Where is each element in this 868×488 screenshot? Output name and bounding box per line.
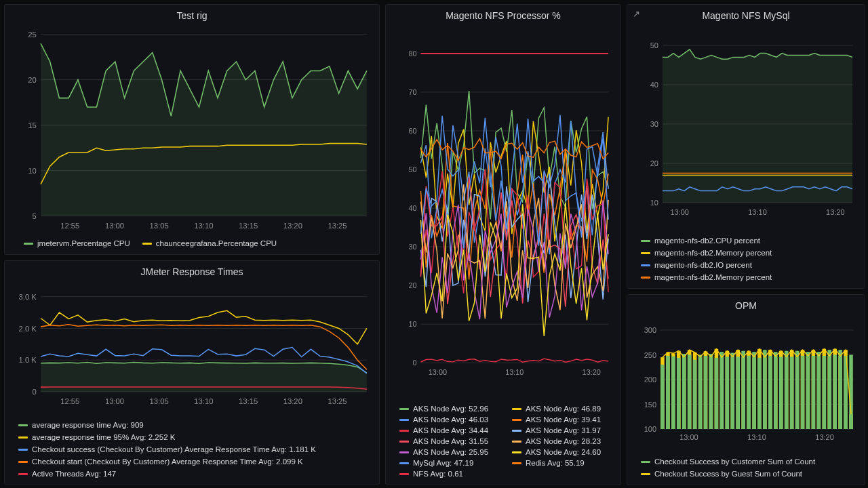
legend-item[interactable]: Redis Avg: 55.19 [512,459,614,467]
svg-text:12:55: 12:55 [60,222,79,230]
svg-text:50: 50 [408,165,416,174]
svg-text:13:10: 13:10 [747,433,766,441]
svg-text:13:15: 13:15 [239,397,258,405]
svg-text:70: 70 [408,88,416,96]
svg-rect-119 [763,350,767,429]
external-link-icon[interactable]: ↗ [633,9,640,19]
legend-label: NFS Avg: 0.61 [413,470,463,478]
legend-item[interactable]: Checkout Success by Customer Sum of Coun… [641,458,855,466]
legend-swatch [18,461,28,463]
legend-item[interactable]: average response time 95% Avg: 2.252 K [18,433,370,441]
svg-rect-115 [752,352,756,429]
legend-item[interactable]: Checkout Success by Guest Sum of Count [641,470,855,478]
legend-swatch [399,419,409,421]
svg-rect-137 [812,356,816,429]
legend-label: magento-nfs-db2.Memory percent [654,273,772,281]
legend-item[interactable]: AKS Node Avg: 46.89 [512,405,614,413]
legend-item[interactable]: jmetervm.Percentage CPU [24,239,130,247]
panel-title: Magento NFS MySql [627,5,865,22]
panel-opm[interactable]: OPM 10015020025030013:0013:1013:20 Check… [627,294,865,485]
legend-label: AKS Node Avg: 24.60 [526,448,601,456]
legend-item[interactable]: average response time Avg: 909 [18,421,370,429]
legend-label: AKS Node Avg: 25.95 [413,448,488,456]
legend-swatch [18,449,28,451]
legend-label: Redis Avg: 55.19 [526,459,585,467]
svg-text:13:20: 13:20 [826,208,845,216]
legend-item[interactable]: magento-nfs-db2.Memory percent [641,273,855,281]
svg-rect-83 [666,356,670,429]
legend-item[interactable]: AKS Node Avg: 52.96 [399,405,501,413]
svg-text:150: 150 [644,401,656,409]
svg-rect-101 [715,358,719,429]
svg-text:13:00: 13:00 [679,433,698,441]
legend-label: average response time Avg: 909 [32,421,144,429]
panel-mysql[interactable]: ↗ Magento NFS MySql 102030405013:0013:10… [627,4,865,289]
legend-item[interactable]: AKS Node Avg: 28.23 [512,437,614,445]
legend-item[interactable]: MySql Avg: 47.19 [399,459,501,467]
svg-text:13:10: 13:10 [748,208,767,216]
svg-text:13:00: 13:00 [670,208,689,216]
svg-rect-127 [785,351,789,429]
legend-swatch [399,462,409,464]
svg-rect-123 [774,352,778,429]
svg-text:100: 100 [644,425,656,433]
legend-item[interactable]: magento-nfs-db2.CPU percent [641,237,855,245]
legend-label: jmetervm.Percentage CPU [37,239,130,247]
svg-text:1.0 K: 1.0 K [19,356,37,364]
legend-item[interactable]: AKS Node Avg: 39.41 [512,415,614,424]
legend-swatch [18,473,28,475]
legend: AKS Node Avg: 52.96AKS Node Avg: 46.89AK… [386,402,620,485]
legend-item[interactable]: chaunceegrafana.Percentage CPU [142,239,277,247]
svg-rect-145 [833,355,837,430]
svg-rect-107 [730,353,734,429]
svg-rect-147 [838,350,842,429]
legend-item[interactable]: AKS Node Avg: 24.60 [512,448,614,456]
legend-item[interactable]: Checkout start (Checkout By Customer) Av… [18,458,370,466]
panel-nfsproc[interactable]: Magento NFS Processor % 0102030405060708… [385,4,621,485]
legend-label: Active Threads Avg: 147 [32,470,116,478]
legend: Checkout Success by Customer Sum of Coun… [627,455,865,485]
legend-item[interactable]: Checkout success (Checkout By Customer) … [18,445,370,453]
chart-area: 10015020025030013:0013:1013:20 [627,312,865,455]
svg-text:13:10: 13:10 [194,222,213,230]
svg-text:13:20: 13:20 [583,368,601,376]
svg-rect-125 [779,357,783,429]
panel-testrig[interactable]: Test rig 51015202512:5513:0013:0513:1013… [4,4,380,255]
svg-rect-129 [790,357,794,429]
svg-text:20: 20 [408,281,416,289]
svg-rect-121 [768,356,772,429]
legend-label: AKS Node Avg: 39.41 [526,415,601,424]
svg-text:13:15: 13:15 [239,222,258,230]
legend-item[interactable]: magento-nfs-db2.IO percent [641,261,855,269]
svg-text:200: 200 [644,375,656,384]
svg-rect-135 [806,352,810,429]
svg-text:80: 80 [408,49,416,58]
legend-swatch [399,451,409,453]
svg-rect-97 [704,356,708,429]
legend-swatch [142,243,152,245]
legend-item[interactable]: NFS Avg: 0.61 [399,470,501,478]
svg-text:300: 300 [644,326,656,334]
svg-rect-91 [688,355,692,430]
legend-item[interactable]: AKS Node Avg: 34.44 [399,426,501,434]
legend-item[interactable]: AKS Node Avg: 25.95 [399,448,501,456]
legend-swatch [641,264,650,266]
panel-jmeter[interactable]: JMeter Response Times 01.0 K2.0 K3.0 K12… [4,260,380,485]
legend-swatch [641,277,650,279]
legend-swatch [512,419,521,421]
legend-item[interactable]: magento-nfs-db2.Memory percent [641,249,855,257]
svg-text:15: 15 [28,121,37,129]
chart-area: 102030405013:0013:1013:20 [627,22,865,234]
chart-area: 51015202512:5513:0013:0513:1013:1513:201… [5,22,379,237]
legend-swatch [641,473,650,475]
legend-item[interactable]: AKS Node Avg: 31.55 [399,437,501,445]
legend-label: chaunceegrafana.Percentage CPU [156,239,277,247]
svg-rect-81 [660,365,665,429]
legend-swatch [641,240,650,242]
legend-item[interactable]: AKS Node Avg: 31.97 [512,426,614,434]
legend-swatch [512,462,521,464]
legend-item[interactable]: Active Threads Avg: 147 [18,470,370,478]
legend-item[interactable]: AKS Node Avg: 46.03 [399,415,501,424]
legend-label: MySql Avg: 47.19 [413,459,473,467]
panel-title: Test rig [5,5,379,22]
